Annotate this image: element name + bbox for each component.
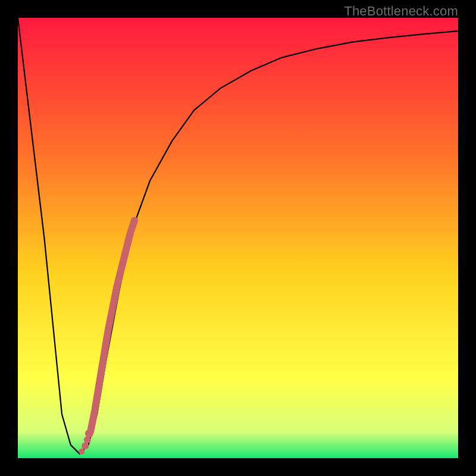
chart-frame: TheBottleneck.com: [0, 0, 476, 476]
plot-area: [18, 18, 458, 458]
gradient-background: [18, 18, 458, 458]
chart-canvas: [18, 18, 458, 458]
scatter-dot: [82, 442, 89, 449]
scatter-dot: [79, 449, 84, 455]
watermark-text: TheBottleneck.com: [344, 4, 458, 19]
scatter-dot: [85, 430, 93, 438]
